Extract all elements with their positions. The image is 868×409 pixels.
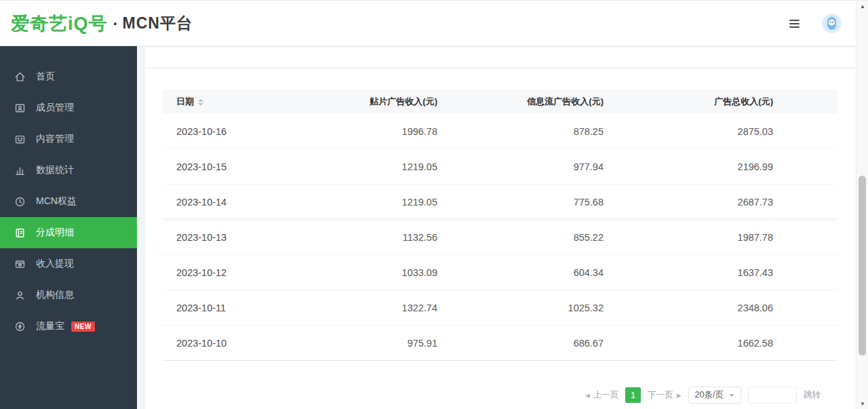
logo-text-green: 爱奇艺iQ号	[11, 12, 108, 36]
cell-date: 2023-10-14	[163, 197, 332, 208]
hamburger-menu-icon[interactable]	[789, 20, 800, 28]
content-face-icon	[14, 134, 26, 145]
person-icon	[14, 290, 26, 301]
cell-preroll: 1033.09	[332, 267, 437, 278]
arrow-left-icon: ◀	[585, 392, 590, 399]
user-avatar[interactable]	[823, 14, 841, 33]
scrollbar-down-icon[interactable]: ▼	[856, 401, 868, 407]
cell-feed: 604.34	[437, 267, 604, 278]
cell-date: 2023-10-15	[163, 161, 332, 172]
table-row[interactable]: 2023-10-13 1132.56 855.22 1987.78	[163, 220, 837, 255]
vertical-scrollbar[interactable]: ▲ ▼	[856, 1, 868, 409]
sidebar-item-revenue-share[interactable]: 分成明细	[0, 217, 137, 248]
page-size-select[interactable]: 20条/页	[688, 387, 741, 404]
sort-icon[interactable]	[198, 99, 203, 106]
cell-total: 1637.43	[604, 267, 773, 278]
column-header-preroll: 贴片广告收入(元)	[332, 96, 437, 108]
next-page-label: 下一页	[648, 389, 673, 401]
jump-page-input[interactable]	[748, 387, 797, 404]
cell-preroll: 1219.05	[332, 197, 437, 208]
clock-icon	[14, 196, 26, 208]
chevron-down-icon	[729, 394, 734, 397]
cell-preroll: 975.91	[332, 338, 437, 349]
sidebar-item-traffic[interactable]: 流量宝 NEW	[0, 311, 137, 342]
content-topbar	[145, 47, 856, 69]
cell-date: 2023-10-11	[163, 303, 332, 313]
main-content: 日期 贴片广告收入(元) 信息流广告收入(元) 广告总收入(元) 2023-10…	[137, 46, 856, 409]
brand-logo: 爱奇艺iQ号 · MCN平台	[11, 12, 193, 36]
mcn-platform-page: 爱奇艺iQ号 · MCN平台 首页	[0, 0, 868, 409]
table-row[interactable]: 2023-10-12 1033.09 604.34 1637.43	[163, 255, 837, 290]
sidebar-item-label: 机构信息	[36, 289, 74, 301]
table-row[interactable]: 2023-10-11 1322.74 1025.32 2348.06	[163, 290, 837, 326]
cell-date: 2023-10-13	[163, 232, 332, 243]
sidebar-item-label: 首页	[36, 71, 55, 83]
sidebar-item-label: 收入提现	[36, 258, 74, 270]
jump-button[interactable]: 跳转	[804, 389, 821, 401]
cell-preroll: 1132.56	[332, 232, 437, 243]
sidebar-item-mcn-rights[interactable]: MCN权益	[0, 186, 137, 217]
top-header: 爱奇艺iQ号 · MCN平台	[0, 1, 856, 46]
content-card: 日期 贴片广告收入(元) 信息流广告收入(元) 广告总收入(元) 2023-10…	[145, 47, 856, 409]
column-header-label: 日期	[176, 96, 194, 106]
sidebar-item-withdrawal[interactable]: 收入提现	[0, 248, 137, 279]
cell-date: 2023-10-16	[163, 126, 332, 137]
cell-date: 2023-10-10	[163, 338, 332, 349]
table-header-row: 日期 贴片广告收入(元) 信息流广告收入(元) 广告总收入(元)	[163, 90, 837, 114]
logo-separator: ·	[113, 14, 119, 33]
column-header-date[interactable]: 日期	[163, 96, 332, 108]
cell-total: 2348.06	[604, 303, 773, 313]
pagination-bar: ◀ 上一页 1 下一页 ▶ 20条/页 跳转	[585, 387, 821, 404]
cell-total: 1662.58	[604, 338, 773, 349]
cell-feed: 775.68	[437, 197, 604, 208]
sidebar-item-members[interactable]: 成员管理	[0, 92, 137, 123]
header-actions	[789, 14, 841, 33]
cell-feed: 1025.32	[437, 303, 604, 313]
sidebar-nav: 首页 成员管理 内容管理 数据统计 MCN权益	[0, 46, 137, 409]
table-row[interactable]: 2023-10-10 975.91 686.67 1662.58	[163, 326, 837, 361]
table-row[interactable]: 2023-10-15 1219.05 977.94 2196.99	[163, 149, 837, 184]
scrollbar-up-icon[interactable]: ▲	[856, 3, 868, 9]
cell-preroll: 1996.78	[332, 126, 437, 137]
member-card-icon	[14, 102, 26, 114]
scrollbar-thumb[interactable]	[859, 176, 866, 355]
cell-total: 2196.99	[604, 161, 773, 172]
sidebar-item-label: MCN权益	[36, 195, 77, 208]
prev-page-label: 上一页	[593, 389, 619, 401]
sidebar-item-home[interactable]: 首页	[0, 61, 137, 92]
cell-total: 2687.73	[604, 197, 773, 208]
sidebar-item-content[interactable]: 内容管理	[0, 123, 137, 155]
arrow-right-icon: ▶	[677, 392, 682, 399]
revenue-table: 日期 贴片广告收入(元) 信息流广告收入(元) 广告总收入(元) 2023-10…	[163, 90, 837, 361]
cell-total: 2875.03	[604, 126, 773, 137]
cell-feed: 878.25	[437, 126, 604, 137]
sidebar-item-label: 成员管理	[36, 102, 74, 114]
sidebar-item-statistics[interactable]: 数据统计	[0, 155, 137, 186]
current-page-button[interactable]: 1	[625, 387, 641, 403]
sidebar-item-label: 分成明细	[36, 227, 74, 239]
table-row[interactable]: 2023-10-14 1219.05 775.68 2687.73	[163, 184, 837, 220]
sidebar-item-org-info[interactable]: 机构信息	[0, 279, 137, 311]
column-header-total: 广告总收入(元)	[604, 96, 773, 108]
wallet-icon	[14, 258, 26, 270]
cell-feed: 855.22	[437, 232, 604, 243]
home-icon	[14, 71, 26, 83]
prev-page-button[interactable]: ◀ 上一页	[585, 389, 618, 401]
new-badge: NEW	[71, 322, 95, 332]
logo-text-suffix: MCN平台	[123, 13, 193, 34]
bar-chart-icon	[14, 165, 26, 176]
column-header-feed: 信息流广告收入(元)	[437, 96, 604, 108]
table-row[interactable]: 2023-10-16 1996.78 878.25 2875.03	[163, 114, 837, 149]
next-page-button[interactable]: 下一页 ▶	[648, 389, 681, 401]
ledger-icon	[14, 227, 26, 239]
sidebar-item-label: 内容管理	[36, 133, 74, 145]
cell-preroll: 1219.05	[332, 161, 437, 172]
cell-total: 1987.78	[604, 232, 773, 243]
sidebar-item-label: 数据统计	[36, 164, 74, 176]
cell-feed: 686.67	[437, 338, 604, 349]
cell-feed: 977.94	[437, 161, 604, 172]
sidebar-item-label: 流量宝	[36, 320, 64, 332]
cell-date: 2023-10-12	[163, 267, 332, 278]
lightning-circle-icon	[14, 321, 26, 332]
cell-preroll: 1322.74	[332, 303, 437, 313]
